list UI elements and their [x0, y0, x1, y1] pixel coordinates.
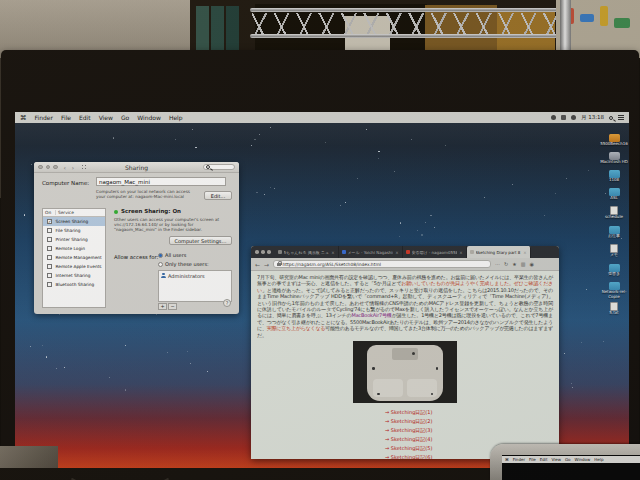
desktop-icon-macintosh-hd[interactable]: Macintosh HD	[597, 152, 629, 165]
account-icon[interactable]: ◉	[529, 261, 533, 267]
radio-only-these-users[interactable]: Only these users:	[158, 261, 209, 267]
menu-finder[interactable]: Finder	[35, 114, 53, 121]
checkbox[interactable]	[47, 282, 52, 287]
bookmark-star-icon[interactable]: ★	[512, 261, 516, 267]
notification-center-icon[interactable]	[618, 115, 624, 120]
screw	[431, 393, 434, 396]
library-icon[interactable]: ▥	[521, 261, 526, 267]
spotlight-icon[interactable]	[609, 116, 613, 120]
back-icon[interactable]: ←	[255, 261, 260, 268]
add-user-button[interactable]: +	[158, 303, 167, 310]
service-printer-sharing[interactable]: Printer Sharing	[43, 235, 105, 244]
radio-all-users[interactable]: All users	[158, 252, 186, 258]
menu-go[interactable]: Go	[565, 457, 571, 462]
menu-window[interactable]: Window	[137, 114, 161, 121]
desktop-icon-memo[interactable]: メモ	[597, 244, 629, 258]
computer-name-caption: Computers on your local network can acce…	[96, 189, 200, 199]
link-sketching-2[interactable]: → Sketching日記(2)	[385, 417, 553, 426]
link-sketching-1[interactable]: → Sketching日記(1)	[385, 408, 553, 417]
desktop-icon-oshigoto[interactable]: お仕事	[597, 226, 629, 239]
menu-file[interactable]: File	[61, 114, 71, 121]
checkbox-checked[interactable]: ✓	[47, 219, 52, 224]
service-remote-login[interactable]: Remote Login	[43, 244, 105, 253]
screen-sharing-status: Screen Sharing: On	[121, 208, 181, 214]
menu-file[interactable]: File	[529, 457, 536, 462]
zoom-button[interactable]	[267, 250, 271, 254]
edit-button[interactable]: Edit...	[204, 191, 232, 200]
star	[512, 184, 513, 185]
desktop-icon-5txt[interactable]: 5.txt	[597, 302, 629, 316]
url-bar[interactable]: https://nagasm.org/ASL/Sketch08/index.ht…	[273, 260, 491, 269]
radio-selected-icon[interactable]	[158, 253, 163, 258]
checkbox[interactable]	[47, 255, 52, 260]
computer-name-field[interactable]: nagaom_Mac_mini	[96, 177, 226, 186]
minimize-button[interactable]	[261, 250, 265, 254]
desktop-icon-5500beech16[interactable]: 5500Beech16	[597, 134, 629, 147]
star	[270, 187, 271, 188]
desktop-icon-schedule[interactable]: schedule	[597, 206, 629, 220]
star	[581, 342, 582, 343]
sharing-titlebar[interactable]: ‹ › Sharing	[34, 162, 239, 173]
link-sketching-4[interactable]: → Sketching日記(4)	[385, 435, 553, 444]
service-remote-apple-events[interactable]: Remote Apple Events	[43, 262, 105, 271]
menu-view[interactable]: View	[99, 114, 113, 121]
tab-5ch-news[interactable]: 5ちゃんねる 掲示板 ニュースヘッド ×	[275, 246, 339, 258]
browser-toolbar: ← → https://nagasm.org/ASL/Sketch08/inde…	[251, 258, 559, 271]
menu-finder[interactable]: Finder	[513, 457, 525, 462]
star	[621, 238, 622, 239]
tab-close-icon[interactable]: ×	[331, 250, 334, 255]
menu-bar-clock[interactable]: 月 13:18	[581, 114, 604, 121]
service-remote-management[interactable]: Remote Management	[43, 253, 105, 262]
volume-icon[interactable]	[571, 115, 576, 120]
checkbox[interactable]	[47, 228, 52, 233]
forward-icon[interactable]: →	[264, 261, 269, 268]
desktop-icon-asl[interactable]: ASL	[597, 188, 629, 201]
link-sketching-3[interactable]: → Sketching日記(3)	[385, 426, 553, 435]
radio-icon[interactable]	[158, 262, 163, 267]
tab-close-icon[interactable]: ×	[395, 250, 398, 255]
menu-view[interactable]: View	[551, 457, 561, 462]
checkbox[interactable]	[47, 273, 52, 278]
reload-icon[interactable]: ↻	[504, 261, 508, 267]
star	[378, 158, 379, 159]
menu-window[interactable]: Window	[575, 457, 591, 462]
remove-user-button[interactable]: −	[168, 303, 177, 310]
tab-close-icon[interactable]: ×	[523, 250, 526, 255]
checkbox[interactable]	[47, 246, 52, 251]
desktop-icon-1108[interactable]: 1108	[597, 170, 629, 183]
star	[425, 222, 426, 223]
tab-mail[interactable]: メール - Yoichi Nagashima ×	[339, 246, 403, 258]
star	[400, 222, 402, 224]
menu-go[interactable]: Go	[121, 114, 129, 121]
menu-edit[interactable]: Edit	[540, 457, 548, 462]
close-button[interactable]	[255, 250, 259, 254]
service-screen-sharing[interactable]: ✓Screen Sharing	[43, 217, 105, 226]
menu-edit[interactable]: Edit	[79, 114, 91, 121]
macbook-corner: ⌘ Finder File Edit View Go Window Help	[490, 444, 640, 480]
star	[56, 368, 57, 369]
service-file-sharing[interactable]: File Sharing	[43, 226, 105, 235]
tab-sketching-diary[interactable]: Sketching Diary part 8 ×	[467, 246, 531, 258]
computer-settings-button[interactable]: Computer Settings…	[169, 236, 232, 245]
desktop-icon-network-rel[interactable]: Network-rel-Copie	[597, 282, 629, 299]
tab-favicon	[278, 250, 282, 254]
apple-menu-icon[interactable]: ⌘	[505, 457, 509, 462]
menu-help[interactable]: Help	[169, 114, 183, 121]
service-bluetooth-sharing[interactable]: Bluetooth Sharing	[43, 280, 105, 289]
checkbox[interactable]	[47, 264, 52, 269]
tab-close-icon[interactable]: ×	[459, 250, 462, 255]
help-button[interactable]: ?	[223, 299, 231, 307]
input-source-icon[interactable]	[561, 115, 566, 120]
column-service: Service	[56, 210, 74, 215]
device-photo	[353, 341, 457, 403]
tab-anpi[interactable]: 安否届け - nagaom0558@y... ×	[403, 246, 467, 258]
pocket-icon[interactable]: ⋯	[495, 261, 500, 267]
list-item-administrators[interactable]: Administrators	[159, 271, 231, 280]
desktop-icon-oboegaki[interactable]: 覚書き	[597, 264, 629, 277]
bluetooth-icon[interactable]	[551, 115, 556, 120]
menu-help[interactable]: Help	[594, 457, 603, 462]
apple-menu-icon[interactable]: ⌘	[20, 114, 27, 122]
checkbox[interactable]	[47, 237, 52, 242]
service-internet-sharing[interactable]: Internet Sharing	[43, 271, 105, 280]
star	[394, 171, 395, 172]
